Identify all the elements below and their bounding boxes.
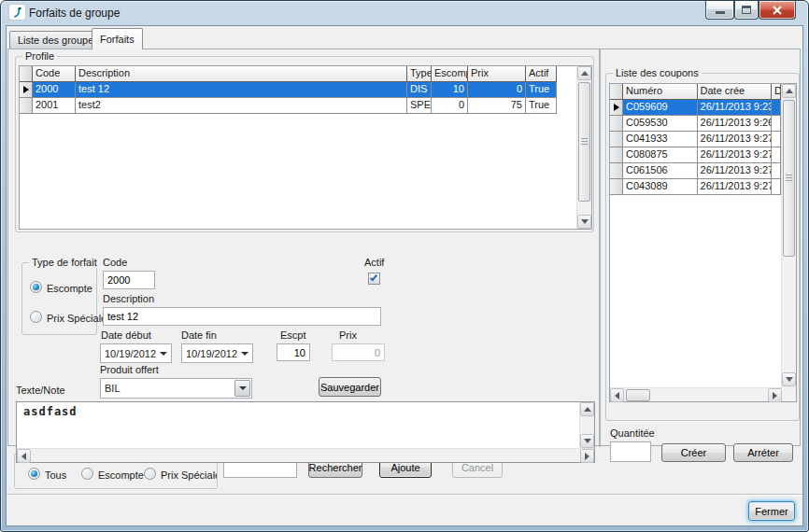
column-header[interactable]: D bbox=[772, 84, 781, 100]
radio-prix-speciale-filter[interactable] bbox=[144, 468, 156, 480]
column-header[interactable]: Date crée bbox=[698, 84, 773, 100]
column-header[interactable]: Numéro bbox=[623, 84, 698, 100]
type-de-forfait-groupbox: Type de forfait Escompte Prix Spéciale bbox=[21, 262, 97, 335]
cell bbox=[772, 163, 781, 179]
create-button[interactable]: Créer bbox=[661, 443, 726, 462]
note-text: asdfasd bbox=[23, 405, 78, 418]
date-fin-picker[interactable]: 10/19/2012 bbox=[181, 343, 253, 363]
scroll-up-icon bbox=[584, 407, 591, 412]
cell: 2000 bbox=[33, 82, 76, 98]
note-vscrollbar[interactable] bbox=[579, 402, 594, 448]
date-debut-picker[interactable]: 10/19/2012 bbox=[100, 343, 172, 363]
produit-offert-select[interactable]: BIL bbox=[100, 378, 252, 399]
cell bbox=[772, 116, 781, 132]
scroll-down-button[interactable] bbox=[580, 434, 594, 448]
code-field[interactable] bbox=[103, 271, 155, 289]
cell: SPE bbox=[407, 98, 432, 114]
profile-groupbox: Profile Code Description Type Escomp Pri… bbox=[15, 56, 594, 232]
cell: 0 bbox=[468, 82, 526, 98]
row-header[interactable] bbox=[610, 116, 623, 132]
column-header[interactable]: Prix bbox=[468, 66, 526, 82]
scroll-down-button[interactable] bbox=[577, 215, 591, 229]
radio-tous-label: Tous bbox=[45, 469, 66, 481]
note-hscrollbar[interactable] bbox=[17, 448, 594, 462]
scroll-down-button[interactable] bbox=[782, 372, 796, 386]
table-row[interactable]: 2000 test 12 DIS 10 0 True bbox=[20, 82, 576, 98]
table-row[interactable]: C043089 26/11/2013 9:27:2 bbox=[610, 179, 781, 195]
radio-escompte-filter[interactable] bbox=[81, 468, 93, 480]
cell: 26/11/2013 9:27:2 bbox=[698, 163, 773, 179]
table-row[interactable]: C061506 26/11/2013 9:27:2 bbox=[610, 163, 781, 179]
close-form-button[interactable]: Fermer bbox=[748, 501, 795, 521]
maximize-button[interactable] bbox=[734, 1, 759, 20]
save-button[interactable]: Sauvegarder bbox=[319, 377, 381, 397]
table-row[interactable]: C041933 26/11/2013 9:27:2 bbox=[610, 132, 781, 147]
table-row[interactable]: C059609 26/11/2013 9:23:5 bbox=[610, 100, 781, 116]
note-textarea[interactable]: asdfasd bbox=[16, 401, 595, 463]
radio-prix-speciale-label: Prix Spéciale bbox=[47, 313, 106, 324]
profile-group-label: Profile bbox=[22, 50, 57, 62]
escpt-field[interactable] bbox=[277, 343, 310, 361]
checkmark-icon bbox=[370, 273, 377, 282]
cell: test2 bbox=[76, 98, 407, 114]
description-field[interactable] bbox=[103, 307, 381, 326]
chevron-down-icon[interactable] bbox=[234, 380, 250, 397]
scroll-thumb[interactable] bbox=[626, 389, 650, 401]
radio-escompte[interactable] bbox=[30, 281, 42, 293]
radio-escompte-label: Escompte bbox=[47, 283, 92, 294]
tab-forfaits[interactable]: Forfaits bbox=[92, 28, 143, 49]
table-row[interactable]: 2001 test2 SPE 0 75 True bbox=[20, 98, 576, 114]
coupons-grid-header-row: Numéro Date crée D bbox=[610, 84, 781, 100]
radio-tous[interactable] bbox=[28, 468, 40, 480]
table-row[interactable]: C080875 26/11/2013 9:27:2 bbox=[610, 147, 781, 163]
scroll-grip-icon bbox=[581, 138, 588, 146]
description-label: Description bbox=[103, 293, 154, 304]
minimize-button[interactable] bbox=[705, 1, 734, 20]
panel-splitter[interactable] bbox=[599, 49, 601, 447]
cell: test 12 bbox=[76, 82, 407, 98]
radio-prix-speciale[interactable] bbox=[30, 311, 42, 323]
quantity-field[interactable] bbox=[610, 441, 651, 462]
current-row-icon bbox=[23, 86, 29, 93]
column-header[interactable]: Code bbox=[33, 66, 76, 82]
cell: 2001 bbox=[33, 98, 76, 114]
stop-button[interactable]: Arréter bbox=[733, 443, 793, 462]
scroll-thumb[interactable] bbox=[783, 100, 795, 257]
row-header[interactable] bbox=[20, 82, 33, 98]
column-header[interactable]: Description bbox=[76, 66, 407, 82]
chevron-down-icon[interactable] bbox=[237, 344, 252, 362]
coupons-grid-hscrollbar[interactable] bbox=[610, 387, 782, 401]
row-header[interactable] bbox=[610, 163, 623, 179]
escpt-label: Escpt bbox=[280, 329, 306, 341]
footer-separator bbox=[7, 494, 802, 495]
row-header[interactable] bbox=[610, 179, 623, 195]
column-header[interactable]: Escomp bbox=[432, 66, 468, 82]
scroll-up-button[interactable] bbox=[782, 84, 796, 98]
row-header[interactable] bbox=[610, 147, 623, 163]
scroll-left-button[interactable] bbox=[17, 449, 31, 463]
row-header[interactable] bbox=[20, 98, 33, 114]
coupons-grid-vscrollbar[interactable] bbox=[781, 84, 796, 401]
row-header[interactable] bbox=[610, 132, 623, 147]
column-header[interactable]: Actif bbox=[526, 66, 557, 82]
produit-offert-label: Produit offert bbox=[100, 364, 159, 375]
scroll-left-button[interactable] bbox=[610, 388, 624, 402]
close-button[interactable] bbox=[759, 1, 796, 20]
scroll-right-icon bbox=[773, 392, 777, 399]
chevron-down-icon[interactable] bbox=[156, 344, 171, 362]
scroll-right-button[interactable] bbox=[768, 388, 782, 402]
table-row[interactable]: C059530 26/11/2013 9:26:0 bbox=[610, 116, 781, 132]
scroll-thumb[interactable] bbox=[578, 82, 590, 202]
scroll-right-button[interactable] bbox=[580, 449, 594, 463]
scroll-up-button[interactable] bbox=[580, 402, 594, 416]
date-debut-label: Date début bbox=[101, 329, 151, 341]
minimize-icon bbox=[716, 11, 725, 14]
coupons-grid-content: Numéro Date crée D C059609 26/11/2013 9:… bbox=[610, 84, 781, 401]
coupons-grid: Numéro Date crée D C059609 26/11/2013 9:… bbox=[609, 83, 797, 402]
column-header[interactable]: Type bbox=[407, 66, 432, 82]
actif-checkbox[interactable] bbox=[368, 273, 380, 285]
cell: 26/11/2013 9:26:0 bbox=[698, 116, 773, 132]
scroll-up-button[interactable] bbox=[577, 66, 591, 80]
profile-grid-vscrollbar[interactable] bbox=[576, 66, 591, 229]
row-header[interactable] bbox=[610, 100, 623, 116]
